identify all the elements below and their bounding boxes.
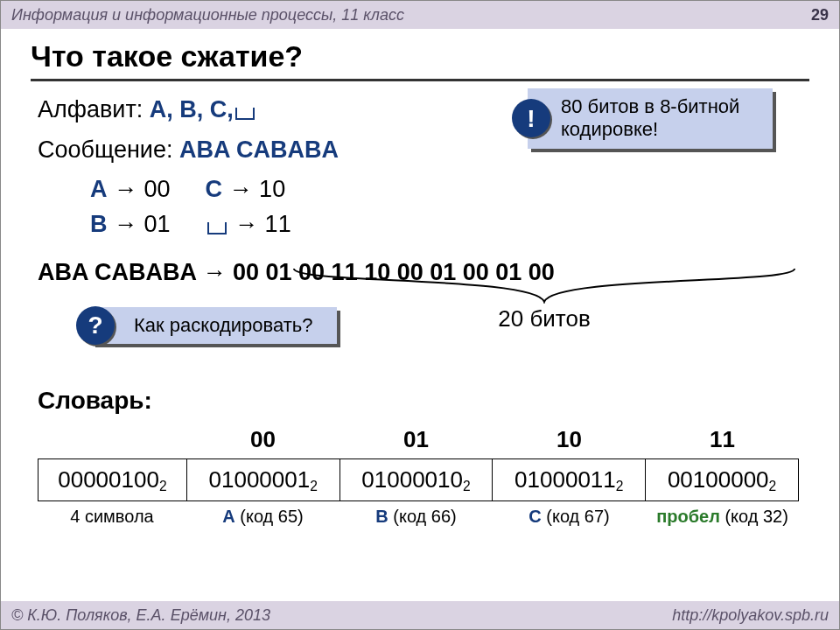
- course-name: Информация и информационные процессы, 11…: [11, 6, 404, 24]
- message-label: Сообщение:: [38, 136, 172, 163]
- footer-url: http://kpolyakov.spb.ru: [672, 606, 829, 625]
- brace-label: 20 битов: [290, 304, 799, 334]
- callout-bits: ! 80 битов в 8-битной кодировке!: [528, 88, 773, 149]
- dict-c4: 00100000: [668, 466, 769, 493]
- dict-c1: 01000001: [209, 466, 311, 493]
- callout-bits-text: 80 битов в 8-битной кодировке!: [561, 95, 739, 140]
- table-row: 000001002 010000012 010000102 010000112 …: [38, 459, 799, 501]
- dict-d4p: пробел: [656, 507, 720, 526]
- dictionary-block: 00 01 10 11 000001002 010000012 01000010…: [38, 424, 799, 528]
- dict-d3p: C: [528, 507, 541, 526]
- callout-decode: ? Как раскодировать?: [92, 307, 337, 344]
- brace: 20 битов: [290, 267, 799, 334]
- code-c-sym: C: [206, 176, 223, 202]
- code-b-val: 01: [144, 211, 171, 237]
- dictionary-desc: 4 символа A (код 65) B (код 66) C (код 6…: [38, 505, 799, 528]
- dict-d0: 4 символа: [70, 507, 153, 526]
- footer-authors: © К.Ю. Поляков, Е.А. Ерёмин, 2013: [11, 606, 270, 625]
- dict-c2: 01000010: [361, 466, 463, 493]
- exclaim-icon: !: [512, 99, 550, 137]
- code-sp-val: 11: [265, 211, 291, 237]
- code-a-val: 00: [144, 176, 171, 202]
- code-sp-glyph: [207, 222, 227, 234]
- dict-d1: (код 65): [235, 507, 304, 526]
- code-table: A → 00 B → 01 C → 10 → 11: [90, 173, 813, 241]
- dict-c0: 00000100: [58, 466, 159, 493]
- alphabet-letters: A, B, C,: [150, 96, 234, 122]
- code-c-val: 10: [259, 176, 285, 202]
- message-text: ABA CABABA: [179, 136, 339, 163]
- code-b-sym: B: [90, 211, 108, 237]
- dict-d4: (код 32): [720, 507, 788, 526]
- dict-hdr-2: 10: [493, 424, 646, 455]
- dict-d2: (код 66): [388, 507, 457, 526]
- code-a-sym: A: [90, 176, 108, 202]
- dictionary-table: 000001002 010000012 010000102 010000112 …: [38, 458, 799, 501]
- dict-hdr-1: 01: [340, 424, 493, 455]
- callout-decode-text: Как раскодировать?: [134, 314, 312, 336]
- dict-d1p: A: [222, 507, 234, 526]
- dictionary-headers: 00 01 10 11: [38, 424, 799, 455]
- dict-d3: (код 67): [542, 507, 610, 526]
- slide-title: Что такое сжатие?: [31, 39, 809, 81]
- encoded-src: ABA CABABA: [38, 259, 196, 285]
- dictionary-label: Словарь:: [38, 384, 813, 417]
- dict-hdr-3: 11: [646, 424, 799, 455]
- dict-c3: 01000011: [514, 466, 616, 493]
- alphabet-label: Алфавит:: [38, 96, 143, 122]
- dict-d2p: B: [375, 507, 388, 526]
- space-glyph: [235, 108, 255, 120]
- brace-icon: [290, 267, 799, 304]
- page-number: 29: [811, 6, 829, 24]
- question-icon: ?: [76, 306, 115, 345]
- dict-hdr-0: 00: [186, 424, 340, 455]
